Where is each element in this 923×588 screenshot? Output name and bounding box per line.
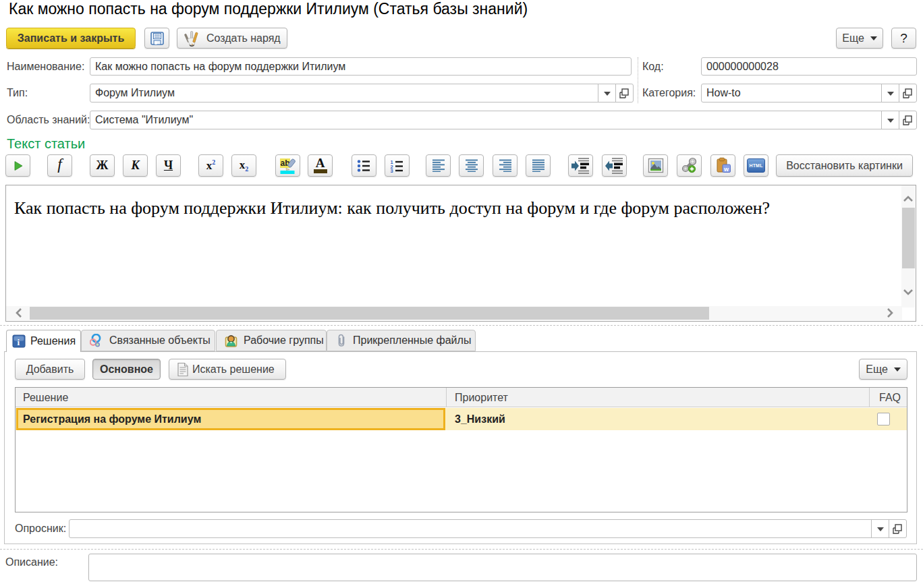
svg-text:w: w [723,166,729,173]
svg-text:3: 3 [390,168,393,173]
svg-text:i: i [18,337,20,347]
